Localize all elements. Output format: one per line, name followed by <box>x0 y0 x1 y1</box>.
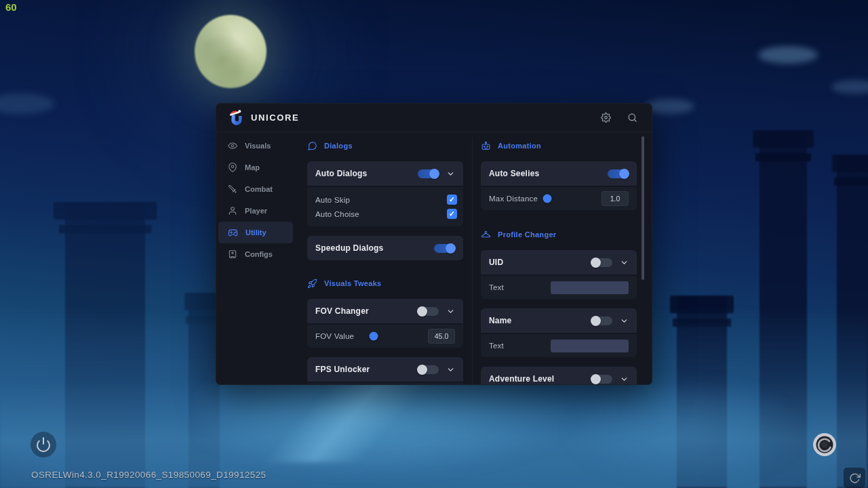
sidebar-item-label: Visuals <box>245 142 271 150</box>
speedup-dialogs-row: Speedup Dialogs <box>307 236 463 260</box>
chat-bubble-icon <box>307 141 317 151</box>
sidebar-item-configs[interactable]: Configs <box>218 243 293 265</box>
fov-value-row: FOV Value 45.0 <box>307 323 463 348</box>
sidebar-item-label: Utility <box>245 228 267 237</box>
adventure-level-toggle[interactable] <box>591 375 612 384</box>
robot-icon <box>481 141 491 151</box>
sidebar-item-label: Map <box>245 163 260 171</box>
sidebar-item-combat[interactable]: Combat <box>218 178 293 200</box>
camera-knob-button[interactable] <box>811 431 838 458</box>
fov-value-box[interactable]: 45.0 <box>428 329 455 344</box>
sidebar-item-visuals[interactable]: Visuals <box>218 135 293 157</box>
auto-seelies-row: Auto Seelies <box>481 161 637 186</box>
uid-row: UID <box>481 250 637 274</box>
auto-dialogs-row: Auto Dialogs <box>307 161 463 186</box>
sidebar-item-map[interactable]: Map <box>218 157 293 178</box>
uid-text-row: Text <box>481 274 637 299</box>
section-title: Visuals Tweaks <box>324 279 382 287</box>
fov-changer-card: FOV Changer FOV Value <box>307 299 463 348</box>
gear-icon <box>601 113 611 123</box>
power-icon <box>35 436 52 453</box>
right-column: Automation Auto Seelies Max Distance <box>481 140 637 385</box>
reload-icon <box>849 472 861 484</box>
fps-unlocker-toggle[interactable] <box>418 365 439 374</box>
uid-card: UID Text <box>481 250 637 299</box>
eye-icon <box>228 141 237 150</box>
window-content: Dialogs Auto Dialogs Auto Skip <box>295 132 652 384</box>
fov-changer-toggle[interactable] <box>418 307 439 316</box>
app-title: UNICORE <box>251 113 299 123</box>
left-column: Dialogs Auto Dialogs Auto Skip <box>307 140 463 385</box>
chevron-down-icon[interactable] <box>620 375 629 384</box>
build-version-text: OSRELWin4.3.0_R19920066_S19850069_D19912… <box>31 470 266 480</box>
knob-icon <box>811 431 838 458</box>
sidebar-item-utility[interactable]: Utility <box>218 222 293 243</box>
sidebar-item-label: Player <box>245 207 267 215</box>
auto-dialogs-toggle[interactable] <box>418 169 439 178</box>
uid-text-input[interactable] <box>551 281 629 294</box>
fps-unlocker-card: FPS Unlocker <box>307 357 463 385</box>
section-visuals-tweaks: Visuals Tweaks <box>307 278 463 289</box>
auto-choise-checkbox[interactable] <box>447 209 457 219</box>
chevron-down-icon[interactable] <box>620 317 629 325</box>
adventure-level-row: Adventure Level <box>481 367 637 385</box>
power-button[interactable] <box>31 432 56 458</box>
name-toggle[interactable] <box>591 317 612 325</box>
hanger-icon <box>481 230 491 240</box>
sidebar-item-label: Combat <box>245 185 273 193</box>
reload-button[interactable] <box>844 468 865 488</box>
clipped-row <box>307 382 463 385</box>
auto-seelies-card: Auto Seelies Max Distance <box>481 161 637 210</box>
name-text-row: Text <box>481 333 637 357</box>
gamepad-icon <box>228 228 238 238</box>
unicore-santa-logo <box>228 109 244 127</box>
section-title: Profile Changer <box>498 230 556 239</box>
chevron-down-icon[interactable] <box>446 169 455 178</box>
configs-icon <box>228 249 237 259</box>
section-dialogs: Dialogs <box>307 140 463 151</box>
settings-button[interactable] <box>597 109 614 127</box>
max-distance-value-box[interactable]: 1.0 <box>601 191 629 206</box>
auto-seelies-toggle[interactable] <box>608 169 629 178</box>
speedup-dialogs-card: Speedup Dialogs <box>307 236 463 260</box>
adventure-level-card: Adventure Level <box>481 367 637 385</box>
auto-choise-row: Auto Choise <box>307 207 463 221</box>
name-row: Name <box>481 308 637 333</box>
chevron-down-icon[interactable] <box>446 365 455 374</box>
auto-skip-row: Auto Skip <box>307 192 463 207</box>
slider-thumb[interactable] <box>543 195 552 203</box>
section-title: Dialogs <box>324 142 353 150</box>
person-icon <box>228 206 237 216</box>
sidebar: Visuals Map Combat Player Utility Config… <box>216 135 295 265</box>
screen: 60 OSRELWin4.3.0_R19920066_S19850069_D19… <box>0 0 868 488</box>
map-pin-icon <box>228 163 237 172</box>
name-text-input[interactable] <box>551 340 629 352</box>
speedup-dialogs-toggle[interactable] <box>434 244 455 253</box>
auto-skip-checkbox[interactable] <box>447 195 457 205</box>
slider-thumb[interactable] <box>370 332 378 341</box>
max-distance-row: Max Distance 1.0 <box>481 186 637 210</box>
sidebar-item-label: Configs <box>245 250 273 258</box>
name-card: Name Text <box>481 308 637 357</box>
unicore-window: UNICORE Visuals Map Combat <box>216 103 652 385</box>
fps-counter: 60 <box>5 1 17 13</box>
fov-changer-row: FOV Changer <box>307 299 463 323</box>
sidebar-item-player[interactable]: Player <box>218 200 293 222</box>
fps-unlocker-row: FPS Unlocker <box>307 357 463 382</box>
search-icon <box>627 113 637 123</box>
rocket-icon <box>307 279 317 289</box>
scrollbar[interactable] <box>642 136 644 280</box>
section-profile-changer: Profile Changer <box>481 229 637 240</box>
search-button[interactable] <box>623 109 641 127</box>
window-header: UNICORE <box>216 104 652 132</box>
column-divider <box>472 138 473 384</box>
chevron-down-icon[interactable] <box>446 307 455 316</box>
sword-icon <box>228 184 237 194</box>
chevron-down-icon[interactable] <box>620 258 629 267</box>
uid-toggle[interactable] <box>591 258 612 267</box>
auto-dialogs-card: Auto Dialogs Auto Skip Auto Choise <box>307 161 463 226</box>
section-title: Automation <box>498 142 541 150</box>
section-automation: Automation <box>481 140 637 151</box>
